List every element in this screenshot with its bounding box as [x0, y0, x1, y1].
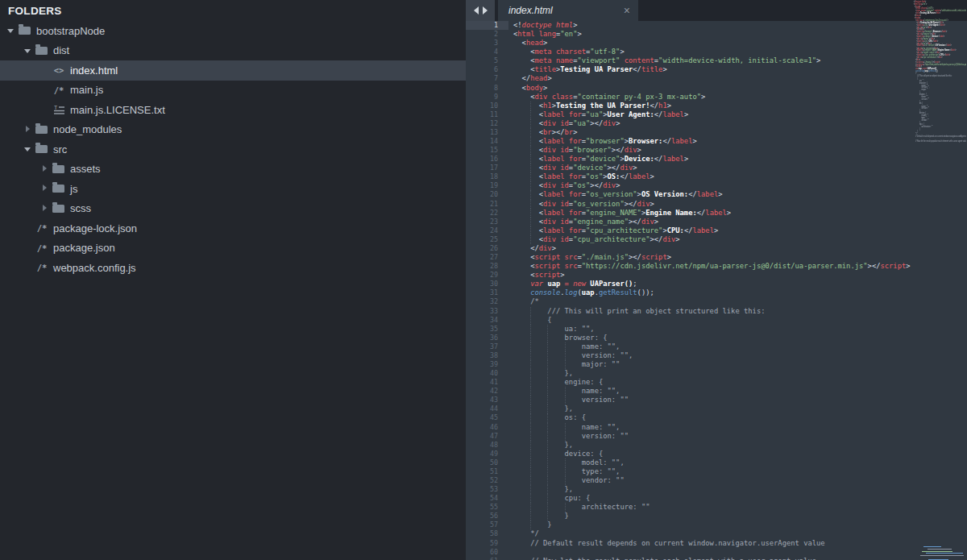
code-line[interactable]: 20 <label for="os_version">OS Version:</… [466, 190, 967, 199]
code-line[interactable]: 30 var uap = new UAParser(); [466, 280, 967, 288]
tree-file-webpack.config.js[interactable]: /*webpack.config.js [0, 258, 466, 278]
code-line[interactable]: 35 ua: "", [466, 325, 967, 334]
code-token: < [513, 181, 543, 189]
code-line[interactable]: 56 } [466, 512, 967, 521]
code-line[interactable]: 14 <label for="browser">Browser:</label> [466, 137, 967, 146]
tree-file-index.html[interactable]: <>index.html [0, 60, 466, 81]
code-line[interactable]: 42 name: "", [466, 387, 967, 396]
code-line[interactable]: 17 <div id="device"></div> [466, 164, 967, 172]
code-line[interactable]: 45 os: { [466, 413, 967, 422]
code-line[interactable]: 16 <label for="device">Device:</label> [466, 155, 967, 164]
code-line[interactable]: 8 <body> [466, 84, 967, 93]
tree-folder-bootstrapNode[interactable]: bootstrapNode [0, 21, 466, 41]
code-editor[interactable]: 1<!doctype html>2<html lang="en">3 <head… [466, 21, 967, 560]
minimap[interactable]: <!doctype html><html lang="en"> <head> <… [913, 0, 966, 560]
code-line[interactable]: 26 </div> [466, 244, 967, 253]
code-line[interactable]: 43 version: "" [466, 396, 967, 404]
line-number: 21 [466, 200, 508, 209]
code-line[interactable]: 34 { [466, 316, 967, 325]
code-line[interactable]: 7 </head> [466, 74, 967, 83]
tab-nav-back-icon[interactable] [474, 6, 479, 15]
code-line[interactable]: 28 <script src="https://cdn.jsdelivr.net… [466, 262, 967, 271]
code-line[interactable]: 29 <script> [466, 271, 967, 280]
tree-file-main.js[interactable]: /*main.js [0, 81, 466, 101]
code-line[interactable]: 21 <div id="os_version"></div> [466, 200, 967, 209]
tab-close-icon[interactable]: × [624, 5, 630, 16]
code-text: <label for="device">Device:</label> [508, 155, 688, 164]
code-line[interactable]: 32 /* [466, 297, 967, 306]
code-line[interactable]: 5 <meta name="viewport" content="width=d… [466, 56, 967, 65]
chevron-right-icon[interactable] [40, 185, 51, 193]
code-line[interactable]: 55 architecture: "" [466, 503, 967, 512]
tab-index-html[interactable]: index.html × [498, 0, 638, 21]
tree-file-package.json[interactable]: /*package.json [0, 239, 466, 259]
code-line[interactable]: 49 device: { [466, 450, 967, 458]
code-line[interactable]: 6 <title>Testing UA Parser</title> [466, 65, 967, 74]
code-line[interactable]: 58 */ [466, 529, 967, 538]
tree-file-package-lock.json[interactable]: /*package-lock.json [0, 218, 466, 239]
tree-folder-js[interactable]: js [0, 179, 466, 199]
line-number: 5 [466, 56, 508, 65]
code-line[interactable]: 36 browser: { [466, 334, 967, 342]
code-token: "width=device-width, initial-scale=1" [658, 56, 816, 64]
code-line[interactable]: 47 version: "" [466, 432, 967, 441]
code-line[interactable]: 12 <div id="ua"></div> [466, 119, 967, 128]
code-line[interactable]: 19 <div id="os"></div> [466, 181, 967, 190]
line-number: 7 [466, 74, 508, 83]
code-line[interactable]: 38 version: "", [466, 351, 967, 360]
chevron-down-icon[interactable] [23, 47, 34, 55]
code-line[interactable]: 23 <div id="engine_name"></div> [466, 218, 967, 226]
code-line[interactable]: 3 <head> [466, 39, 967, 48]
line-number: 34 [466, 316, 508, 325]
code-line[interactable]: 1<!doctype html> [466, 21, 967, 30]
code-line[interactable]: 39 major: "" [466, 360, 967, 369]
code-line[interactable]: 61 // Now let the result populate each e… [466, 557, 967, 560]
code-line[interactable]: 2<html lang="en"> [466, 30, 967, 39]
chevron-down-icon[interactable] [23, 145, 34, 153]
code-line[interactable]: 44 }, [466, 404, 967, 413]
code-line[interactable]: 27 <script src="./main.js"></script> [466, 253, 967, 262]
code-line[interactable]: 50 model: "", [466, 458, 967, 467]
tree-folder-node_modules[interactable]: node_modules [0, 120, 466, 140]
code-line[interactable]: 10 <h1>Testing the UA Parser!</h1> [466, 102, 967, 110]
code-line[interactable]: 53 }, [466, 485, 967, 494]
code-line[interactable]: 18 <label for="os">OS:</label> [466, 172, 967, 181]
tree-folder-scss[interactable]: scss [0, 199, 466, 219]
code-token: > [931, 25, 932, 28]
code-line[interactable]: 60 [466, 548, 967, 557]
tree-folder-assets[interactable]: assets [0, 160, 466, 180]
code-line[interactable]: 37 name: "", [466, 342, 967, 351]
code-line[interactable]: 51 type: "", [466, 467, 967, 476]
tree-folder-src[interactable]: src [0, 139, 466, 160]
tab-nav-forward-icon[interactable] [483, 6, 488, 15]
chevron-right-icon[interactable] [40, 165, 51, 173]
chevron-down-icon[interactable] [6, 27, 17, 35]
code-line[interactable]: 57 } [466, 521, 967, 529]
code-line[interactable]: 41 engine: { [466, 378, 967, 387]
code-line[interactable]: 31 console.log(uap.getResult()); [466, 288, 967, 297]
code-line[interactable]: 54 cpu: { [466, 494, 967, 503]
tree-folder-dist[interactable]: dist [0, 41, 466, 61]
code-text: <div id="os_version"></div> [508, 200, 654, 209]
chevron-right-icon[interactable] [40, 205, 51, 213]
chevron-right-icon[interactable] [23, 126, 34, 134]
code-line[interactable]: 24 <label for="cpu_architecture">CPU:</l… [466, 226, 967, 235]
code-line[interactable]: 52 vendor: "" [466, 476, 967, 485]
code-text: version: "" [508, 396, 629, 404]
code-line[interactable]: 15 <div id="browser"></div> [466, 146, 967, 155]
code-line[interactable]: 33 /// This will print an object structu… [466, 307, 967, 316]
code-line[interactable]: 13 <br></br> [466, 128, 967, 137]
code-line[interactable]: 59 // Default result depends on current … [466, 539, 967, 548]
code-line[interactable]: 9 <div class="container py-4 px-3 mx-aut… [466, 93, 967, 102]
code-line[interactable]: 22 <label for="engine_NAME">Engine Name:… [466, 209, 967, 218]
code-line[interactable]: 4 <meta charset="utf-8"> [466, 48, 967, 56]
code-line[interactable]: 11 <label for="ua">User Agent:</label> [466, 110, 967, 119]
code-token: User Agent: [608, 110, 654, 118]
code-line[interactable]: 48 }, [466, 441, 967, 450]
code-token: new [573, 280, 586, 288]
tree-file-main.js.LICENSE.txt[interactable]: Tmain.js.LICENSE.txt [0, 100, 466, 120]
code-line[interactable]: 25 <div id="cpu_architecture"></div> [466, 235, 967, 244]
code-line[interactable]: 40 }, [466, 369, 967, 378]
code-line[interactable]: 46 name: "", [466, 423, 967, 432]
code-file-icon: /* [52, 85, 65, 95]
